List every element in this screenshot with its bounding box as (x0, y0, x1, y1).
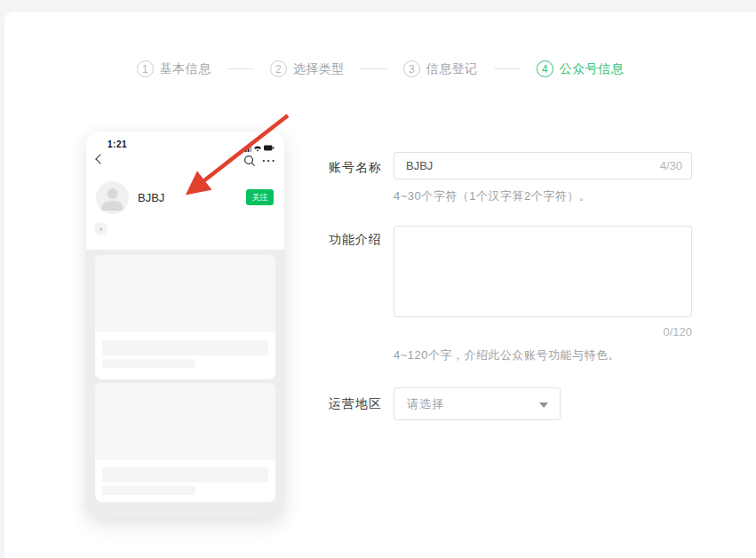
step-number: 4 (537, 60, 553, 77)
article-placeholder-card (95, 255, 275, 379)
account-name-input[interactable] (394, 152, 692, 179)
phone-statusbar: 1:21 (86, 139, 284, 151)
step-label: 公众号信息 (560, 61, 625, 77)
intro-counter: 0/120 (394, 325, 692, 339)
main-panel: 1 基本信息 2 选择类型 3 信息登记 4 公众号信息 1:21 (4, 12, 756, 558)
phone-feed-area (86, 250, 284, 518)
step-select-type: 2 选择类型 (270, 60, 345, 77)
intro-textarea[interactable] (394, 226, 692, 317)
region-placeholder: 请选择 (407, 396, 444, 412)
chevron-down-icon (539, 403, 548, 408)
step-info-registration: 3 信息登记 (403, 60, 478, 77)
phone-time: 1:21 (107, 140, 127, 149)
phone-preview: 1:21 (86, 132, 284, 518)
step-number: 3 (403, 60, 420, 77)
region-select[interactable]: 请选择 (394, 387, 561, 420)
article-placeholder-card (95, 383, 275, 502)
step-number: 2 (270, 60, 287, 77)
step-separator (227, 68, 254, 69)
step-label: 基本信息 (160, 61, 211, 77)
follow-button: 关注 (246, 189, 274, 205)
search-icon (243, 155, 256, 171)
account-name-preview: BJBJ (138, 191, 164, 204)
subtitle-placeholder (102, 359, 195, 368)
account-name-field-wrap: 4/30 (394, 152, 692, 179)
step-label: 信息登记 (426, 61, 478, 77)
account-profile-row: BJBJ 关注 (86, 181, 284, 215)
avatar (96, 181, 129, 214)
subtitle-placeholder (102, 486, 195, 495)
account-name-counter: 4/30 (660, 159, 682, 172)
signal-wifi-battery-icon (243, 143, 275, 153)
title-placeholder (102, 467, 268, 482)
step-separator (361, 68, 387, 69)
step-account-info-active: 4 公众号信息 (537, 60, 625, 77)
title-placeholder (102, 340, 268, 355)
region-label: 运营地区 (329, 396, 382, 412)
expand-chevron-icon: › (94, 222, 107, 235)
intro-field-wrap (394, 226, 692, 317)
step-label: 选择类型 (293, 61, 345, 77)
step-basic-info: 1 基本信息 (137, 60, 211, 77)
account-name-label: 账号名称 (329, 160, 382, 176)
back-chevron-icon (95, 154, 105, 163)
image-placeholder (95, 255, 275, 332)
more-icon: ··· (262, 154, 276, 167)
account-name-hint: 4~30个字符（1个汉字算2个字符）。 (394, 188, 591, 204)
phone-navbar: ··· (86, 155, 284, 172)
intro-label: 功能介绍 (329, 232, 382, 248)
step-separator (494, 68, 521, 69)
image-placeholder (95, 383, 275, 460)
intro-hint: 4~120个字，介绍此公众账号功能与特色。 (394, 347, 620, 363)
step-number: 1 (137, 60, 154, 77)
wizard-stepper: 1 基本信息 2 选择类型 3 信息登记 4 公众号信息 (4, 60, 756, 77)
